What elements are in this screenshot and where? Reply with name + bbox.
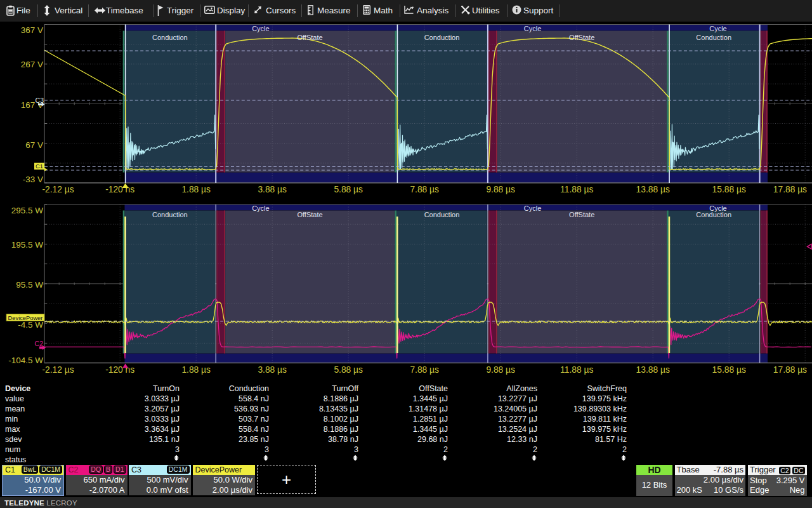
svg-text:9.88 µs: 9.88 µs bbox=[486, 365, 515, 375]
svg-text:17.88 µs: 17.88 µs bbox=[773, 365, 807, 375]
svg-text:17.88 µs: 17.88 µs bbox=[773, 185, 807, 194]
svg-text:C1: C1 bbox=[36, 163, 43, 170]
svg-text:-4.5 W: -4.5 W bbox=[18, 320, 43, 330]
svg-text:13.88 µs: 13.88 µs bbox=[636, 365, 670, 375]
svg-text:Cycle: Cycle bbox=[709, 25, 727, 32]
svg-text:67 V: 67 V bbox=[25, 140, 43, 150]
svg-text:Cycle: Cycle bbox=[252, 204, 270, 212]
svg-text:Conduction: Conduction bbox=[424, 211, 460, 218]
svg-text:-120 ns: -120 ns bbox=[105, 185, 134, 194]
svg-text:Conduction: Conduction bbox=[152, 34, 188, 41]
svg-text:11.88 µs: 11.88 µs bbox=[560, 365, 593, 375]
svg-text:Cycle: Cycle bbox=[524, 204, 542, 212]
svg-text:195.5 W: 195.5 W bbox=[11, 240, 44, 250]
svg-text:5.88 µs: 5.88 µs bbox=[334, 365, 363, 375]
svg-text:Conduction: Conduction bbox=[424, 34, 460, 41]
svg-text:C2: C2 bbox=[35, 340, 44, 347]
svg-text:Cycle: Cycle bbox=[524, 25, 542, 32]
svg-text:-33 V: -33 V bbox=[23, 175, 43, 184]
svg-text:5.88 µs: 5.88 µs bbox=[334, 185, 363, 194]
svg-text:-2.12 µs: -2.12 µs bbox=[42, 185, 74, 194]
svg-text:-104.5 W: -104.5 W bbox=[8, 356, 43, 365]
svg-text:9.88 µs: 9.88 µs bbox=[486, 185, 515, 194]
svg-text:95.5 W: 95.5 W bbox=[16, 280, 43, 290]
svg-text:Conduction: Conduction bbox=[696, 34, 731, 41]
svg-text:7.88 µs: 7.88 µs bbox=[410, 365, 439, 375]
svg-text:-2.12 µs: -2.12 µs bbox=[42, 365, 74, 375]
svg-text:15.88 µs: 15.88 µs bbox=[712, 365, 746, 375]
svg-text:15.88 µs: 15.88 µs bbox=[712, 185, 746, 194]
svg-text:OffState: OffState bbox=[297, 34, 322, 41]
svg-text:1.88 µs: 1.88 µs bbox=[181, 185, 211, 194]
svg-text:3.88 µs: 3.88 µs bbox=[258, 185, 287, 194]
svg-text:DevicePower: DevicePower bbox=[8, 315, 43, 321]
svg-text:13.88 µs: 13.88 µs bbox=[636, 185, 670, 194]
svg-text:OffState: OffState bbox=[297, 211, 322, 218]
svg-text:Cycle: Cycle bbox=[252, 25, 270, 32]
svg-text:OffState: OffState bbox=[569, 34, 594, 41]
svg-text:1.88 µs: 1.88 µs bbox=[181, 365, 211, 375]
svg-text:C3: C3 bbox=[36, 97, 44, 104]
svg-text:Conduction: Conduction bbox=[696, 211, 731, 218]
svg-text:367 V: 367 V bbox=[21, 25, 43, 35]
svg-text:3.88 µs: 3.88 µs bbox=[258, 365, 287, 375]
svg-text:11.88 µs: 11.88 µs bbox=[560, 185, 593, 194]
svg-text:295.5 W: 295.5 W bbox=[11, 206, 44, 215]
svg-text:-120 ns: -120 ns bbox=[105, 365, 134, 375]
svg-text:Conduction: Conduction bbox=[152, 211, 188, 218]
svg-text:267 V: 267 V bbox=[21, 60, 43, 69]
svg-text:OffState: OffState bbox=[569, 211, 594, 218]
svg-text:7.88 µs: 7.88 µs bbox=[410, 185, 439, 194]
